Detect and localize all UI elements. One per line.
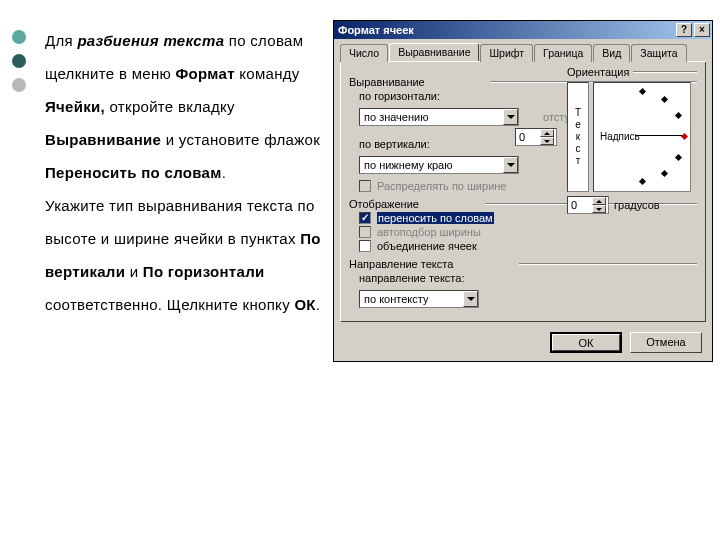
tab-panel-alignment: Выравнивание по горизонтали: по значению… — [340, 62, 706, 322]
arc-label: Надпись — [600, 131, 640, 142]
label-degrees: градусов — [614, 199, 660, 211]
tab-strip: Число Выравнивание Шрифт Граница Вид Защ… — [340, 43, 706, 62]
tab-font[interactable]: Шрифт — [480, 44, 533, 62]
label-wrap: переносить по словам — [377, 212, 494, 224]
checkbox-autofit — [359, 226, 371, 238]
label-vertical: по вертикали: — [359, 138, 444, 150]
combo-direction[interactable]: по контексту — [359, 290, 479, 308]
section-textdir: Направление текста — [349, 258, 453, 270]
label-distribute: Распределять по ширине — [377, 180, 506, 192]
chevron-down-icon[interactable] — [592, 205, 606, 213]
checkbox-distribute — [359, 180, 371, 192]
window-title: Формат ячеек — [338, 24, 414, 36]
chevron-up-icon[interactable] — [540, 129, 554, 137]
section-alignment: Выравнивание — [349, 76, 425, 88]
degrees-input[interactable] — [568, 197, 592, 213]
tab-protection[interactable]: Защита — [631, 44, 686, 62]
combo-horizontal[interactable]: по значению — [359, 108, 519, 126]
section-display: Отображение — [349, 198, 419, 210]
orientation-arc[interactable]: Надпись — [593, 82, 691, 192]
label-direction: направление текста: — [359, 272, 469, 284]
instruction-text: Для разбиения текста по словам щелкните … — [45, 24, 325, 321]
section-orientation: Ориентация — [567, 66, 629, 78]
checkbox-wrap[interactable] — [359, 212, 371, 224]
label-autofit: автоподбор ширины — [377, 226, 481, 238]
label-horizontal: по горизонтали: — [359, 90, 444, 102]
combo-direction-value: по контексту — [360, 293, 463, 305]
close-button[interactable]: × — [694, 23, 710, 37]
tab-border[interactable]: Граница — [534, 44, 592, 62]
tab-alignment[interactable]: Выравнивание — [389, 43, 479, 61]
cancel-button[interactable]: Отмена — [630, 332, 702, 353]
combo-horizontal-value: по значению — [360, 111, 503, 123]
bullet-list — [12, 30, 26, 102]
combo-vertical[interactable]: по нижнему краю — [359, 156, 519, 174]
spin-indent[interactable] — [515, 128, 557, 146]
bullet-1 — [12, 30, 26, 44]
vertical-text-box[interactable]: Текст — [567, 82, 589, 192]
chevron-down-icon[interactable] — [463, 291, 478, 307]
tab-view[interactable]: Вид — [593, 44, 630, 62]
help-button[interactable]: ? — [676, 23, 692, 37]
orientation-panel: Ориентация Текст Надпись — [567, 66, 697, 214]
format-cells-dialog: Формат ячеек ? × Число Выравнивание Шриф… — [333, 20, 713, 362]
checkbox-merge[interactable] — [359, 240, 371, 252]
combo-vertical-value: по нижнему краю — [360, 159, 503, 171]
chevron-up-icon[interactable] — [592, 197, 606, 205]
chevron-down-icon[interactable] — [503, 109, 518, 125]
label-merge: объединение ячеек — [377, 240, 477, 252]
bullet-2 — [12, 54, 26, 68]
titlebar[interactable]: Формат ячеек ? × — [334, 21, 712, 39]
chevron-down-icon[interactable] — [540, 137, 554, 145]
tab-number[interactable]: Число — [340, 44, 388, 62]
bullet-3 — [12, 78, 26, 92]
indent-input[interactable] — [516, 129, 540, 145]
ok-button[interactable]: ОК — [550, 332, 622, 353]
spin-degrees[interactable] — [567, 196, 609, 214]
chevron-down-icon[interactable] — [503, 157, 518, 173]
